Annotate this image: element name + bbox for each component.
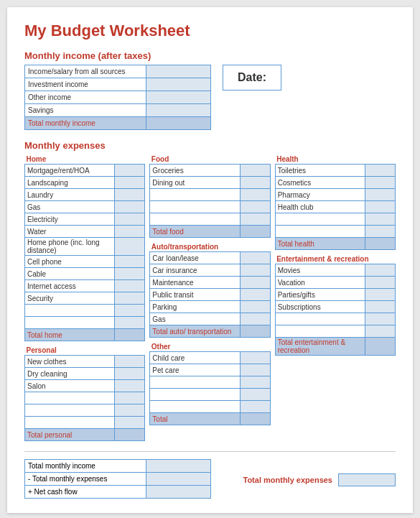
expense-row: [150, 401, 270, 413]
expense-row: [150, 213, 270, 226]
expense-row: Gas: [150, 313, 270, 325]
expense-row: [275, 226, 395, 238]
expense-row: Cell phone: [25, 256, 145, 268]
expense-total-row: Total entertainment & recreation: [275, 338, 395, 356]
expense-row: [150, 189, 270, 201]
expense-row: [150, 201, 270, 213]
income-total-row: Total monthly income: [25, 117, 211, 130]
food-title: Food: [150, 154, 270, 165]
expense-row: Dry cleaning: [25, 368, 145, 380]
health-title: Health: [275, 154, 395, 165]
other-table: Other Child carePet careTotal: [149, 342, 270, 425]
expense-row: Electricity: [25, 213, 145, 226]
expense-row: Car loan/lease: [150, 252, 270, 264]
expense-row: Health club: [275, 201, 395, 213]
income-row: Other income: [25, 91, 211, 104]
expense-row: [275, 313, 395, 325]
summary-table: Total monthly income- Total monthly expe…: [24, 459, 211, 499]
expense-row: Dining out: [150, 177, 270, 189]
expense-total-row: Total food: [150, 226, 270, 238]
expense-row: Maintenance: [150, 277, 270, 289]
expense-row: [25, 392, 145, 404]
expense-total-row: Total: [150, 413, 270, 425]
expense-total-row: Total health: [275, 238, 395, 250]
expense-row: Toiletries: [275, 165, 395, 177]
column-food-auto-other: Food GroceriesDining outTotal food Auto/…: [149, 154, 270, 441]
expense-row: Car insurance: [150, 264, 270, 277]
expense-row: Gas: [25, 201, 145, 213]
income-section: Income/salary from all sourcesInvestment…: [24, 65, 396, 130]
expenses-grid: Home Mortgage/rent/HOALandscapingLaundry…: [24, 154, 396, 441]
summary-right: Total monthly expenses: [243, 459, 396, 486]
expense-row: [25, 305, 145, 317]
date-box[interactable]: Date:: [223, 65, 281, 91]
entertainment-title: Entertainment & recreation: [275, 254, 395, 264]
total-expenses-box[interactable]: [338, 473, 396, 486]
summary-row: + Net cash flow: [25, 486, 211, 499]
auto-table: Auto/transportation Car loan/leaseCar in…: [149, 242, 270, 338]
expense-total-row: Total home: [25, 329, 145, 341]
expense-row: Mortgage/rent/HOA: [25, 165, 145, 177]
expense-total-row: Total auto/ transportation: [150, 325, 270, 338]
expense-row: Pet care: [150, 364, 270, 376]
column-health-entertainment: Health ToiletriesCosmeticsPharmacyHealth…: [275, 154, 396, 441]
summary-row: Total monthly income: [25, 460, 211, 473]
expense-row: New clothes: [25, 356, 145, 368]
auto-title: Auto/transportation: [150, 242, 270, 252]
summary-row: - Total monthly expenses: [25, 473, 211, 486]
expense-row: Parties/gifts: [275, 289, 395, 301]
expense-row: Pharmacy: [275, 189, 395, 201]
expense-row: Child care: [150, 352, 270, 364]
expense-row: Landscaping: [25, 177, 145, 189]
expense-row: Water: [25, 226, 145, 238]
page-title: My Budget Worksheet: [24, 22, 396, 40]
expense-row: Cosmetics: [275, 177, 395, 189]
expense-row: [25, 404, 145, 417]
expense-row: [275, 213, 395, 226]
other-title: Other: [150, 342, 270, 352]
income-section-title: Monthly income (after taxes): [24, 50, 396, 61]
home-title: Home: [25, 154, 145, 165]
expense-row: Home phone (inc. long distance): [25, 238, 145, 256]
expense-row: Vacation: [275, 277, 395, 289]
expense-row: Subscriptions: [275, 301, 395, 313]
health-table: Health ToiletriesCosmeticsPharmacyHealth…: [275, 154, 396, 250]
expense-row: Parking: [150, 301, 270, 313]
expense-row: Movies: [275, 264, 395, 277]
expenses-section-title: Monthly expenses: [24, 140, 396, 151]
expense-row: Security: [25, 292, 145, 305]
expense-row: Groceries: [150, 165, 270, 177]
column-home-personal: Home Mortgage/rent/HOALandscapingLaundry…: [24, 154, 145, 441]
expense-row: Salon: [25, 380, 145, 392]
summary-section: Total monthly income- Total monthly expe…: [24, 451, 396, 499]
home-table: Home Mortgage/rent/HOALandscapingLaundry…: [24, 154, 145, 341]
income-row: Income/salary from all sources: [25, 65, 211, 78]
expense-row: [150, 389, 270, 401]
food-table: Food GroceriesDining outTotal food: [149, 154, 270, 238]
personal-title: Personal: [25, 346, 145, 356]
expense-row: [150, 376, 270, 389]
expense-row: Laundry: [25, 189, 145, 201]
income-row: Savings: [25, 104, 211, 117]
expense-row: Internet access: [25, 280, 145, 292]
expense-row: [275, 325, 395, 338]
expense-row: Public transit: [150, 289, 270, 301]
expense-total-row: Total personal: [25, 429, 145, 441]
expense-row: Cable: [25, 268, 145, 280]
expense-row: [25, 417, 145, 429]
entertainment-table: Entertainment & recreation MoviesVacatio…: [275, 254, 396, 356]
expense-row: [25, 317, 145, 329]
income-table: Income/salary from all sourcesInvestment…: [24, 65, 211, 130]
total-expenses-label: Total monthly expenses: [243, 476, 333, 484]
personal-table: Personal New clothesDry cleaningSalonTot…: [24, 346, 145, 441]
page: My Budget Worksheet Monthly income (afte…: [7, 7, 413, 513]
income-row: Investment income: [25, 78, 211, 91]
